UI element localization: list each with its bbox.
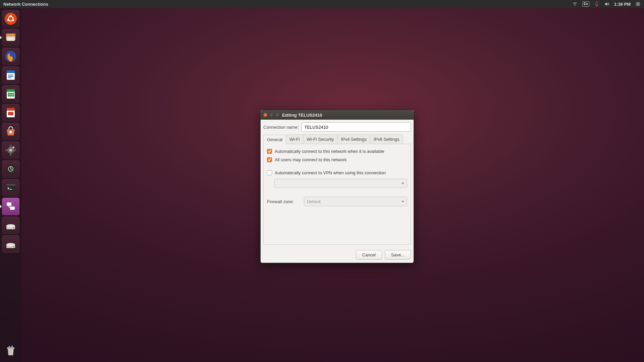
panel-app-title: Network Connections — [0, 2, 48, 7]
firewall-zone-select[interactable]: Default — [304, 197, 407, 206]
firewall-zone-label: Firewall zone: — [267, 199, 301, 204]
backup-icon[interactable] — [2, 160, 19, 178]
firefox-icon[interactable] — [2, 48, 19, 65]
volume-indicator-icon[interactable] — [604, 1, 609, 7]
calc-icon[interactable] — [2, 85, 19, 103]
svg-rect-41 — [10, 145, 11, 147]
clock[interactable]: 1:38 PM — [614, 2, 631, 7]
auto-vpn-checkbox[interactable] — [267, 170, 272, 175]
top-panel: Network Connections En 1:38 PM — [0, 0, 644, 8]
svg-point-4 — [637, 3, 639, 5]
svg-point-56 — [6, 243, 15, 246]
svg-point-53 — [6, 224, 15, 228]
svg-line-10 — [639, 5, 640, 6]
vpn-select — [274, 179, 407, 188]
edit-connection-dialog: Editing TELUS2410 Connection name: Gener… — [260, 110, 414, 263]
tab-bar: General Wi-Fi Wi-Fi Security IPv4 Settin… — [263, 134, 411, 144]
svg-point-38 — [9, 131, 12, 133]
window-minimize-icon[interactable] — [269, 113, 273, 117]
auto-connect-label: Automatically connect to this network wh… — [275, 149, 384, 154]
terminal-icon[interactable] — [2, 179, 19, 196]
session-gear-icon[interactable] — [635, 1, 641, 7]
tab-ipv4[interactable]: IPv4 Settings — [337, 134, 370, 144]
svg-rect-28 — [7, 89, 15, 92]
writer-icon[interactable] — [2, 66, 19, 84]
svg-rect-23 — [7, 70, 15, 73]
svg-point-54 — [13, 227, 14, 228]
svg-rect-31 — [12, 93, 14, 95]
svg-point-40 — [9, 149, 12, 152]
tab-ipv6[interactable]: IPv6 Settings — [370, 134, 403, 144]
svg-line-11 — [636, 5, 637, 6]
svg-rect-33 — [10, 95, 12, 97]
software-center-icon[interactable] — [2, 123, 19, 140]
all-users-label: All users may connect to this network — [275, 157, 347, 162]
battery-indicator-icon[interactable] — [594, 1, 599, 7]
wifi-indicator-icon[interactable] — [572, 1, 578, 7]
impress-icon[interactable] — [2, 104, 19, 121]
chevron-down-icon — [401, 183, 404, 184]
window-close-icon[interactable] — [263, 113, 267, 117]
svg-point-0 — [575, 5, 575, 6]
svg-rect-58 — [7, 347, 14, 349]
cancel-button[interactable]: Cancel — [356, 250, 382, 259]
svg-rect-32 — [8, 95, 10, 97]
dialog-title: Editing TELUS2410 — [282, 113, 322, 118]
svg-rect-36 — [7, 108, 15, 111]
all-users-row[interactable]: All users may connect to this network — [267, 157, 407, 162]
svg-rect-51 — [10, 206, 15, 210]
settings-icon[interactable] — [2, 141, 19, 159]
svg-rect-50 — [7, 202, 11, 206]
svg-rect-19 — [7, 37, 15, 41]
svg-rect-30 — [10, 93, 12, 95]
mounted-drive-icon[interactable] — [2, 217, 19, 234]
svg-rect-29 — [8, 93, 10, 95]
mounted-drive2-icon[interactable] — [2, 235, 19, 253]
svg-rect-48 — [6, 184, 15, 186]
svg-point-57 — [13, 246, 14, 247]
svg-rect-37 — [8, 112, 13, 115]
keyboard-lang-indicator[interactable]: En — [582, 1, 589, 7]
svg-rect-43 — [5, 149, 7, 151]
firewall-zone-value: Default — [307, 199, 321, 204]
auto-connect-checkbox[interactable] — [267, 149, 272, 154]
auto-vpn-label: Automatically connect to VPN when using … — [275, 170, 386, 175]
svg-point-13 — [5, 13, 17, 25]
svg-rect-3 — [596, 2, 597, 2]
svg-line-9 — [636, 2, 637, 3]
connection-name-label: Connection name: — [263, 125, 299, 130]
all-users-checkbox[interactable] — [267, 157, 272, 162]
tab-general[interactable]: General — [263, 135, 286, 144]
svg-line-12 — [639, 2, 640, 3]
tab-wifi-security[interactable]: Wi-Fi Security — [303, 134, 338, 144]
tab-wifi[interactable]: Wi-Fi — [286, 134, 303, 144]
svg-rect-42 — [10, 154, 11, 156]
svg-rect-34 — [12, 95, 14, 97]
auto-connect-row[interactable]: Automatically connect to this network wh… — [267, 149, 407, 154]
auto-vpn-row[interactable]: Automatically connect to VPN when using … — [267, 170, 407, 175]
svg-rect-20 — [7, 36, 15, 37]
svg-rect-2 — [596, 5, 597, 6]
connection-name-input[interactable] — [302, 122, 411, 132]
unity-launcher — [0, 8, 21, 362]
chevron-down-icon — [401, 201, 404, 202]
save-button[interactable]: Save... — [385, 250, 411, 259]
svg-rect-44 — [14, 149, 16, 151]
dialog-titlebar[interactable]: Editing TELUS2410 — [261, 110, 414, 120]
window-maximize-icon[interactable] — [275, 113, 279, 117]
tab-pane-general: Automatically connect to this network wh… — [263, 144, 411, 245]
dash-icon[interactable] — [2, 10, 19, 27]
files-icon[interactable] — [2, 29, 19, 46]
network-connections-icon[interactable] — [2, 198, 19, 215]
trash-icon[interactable] — [2, 342, 19, 359]
